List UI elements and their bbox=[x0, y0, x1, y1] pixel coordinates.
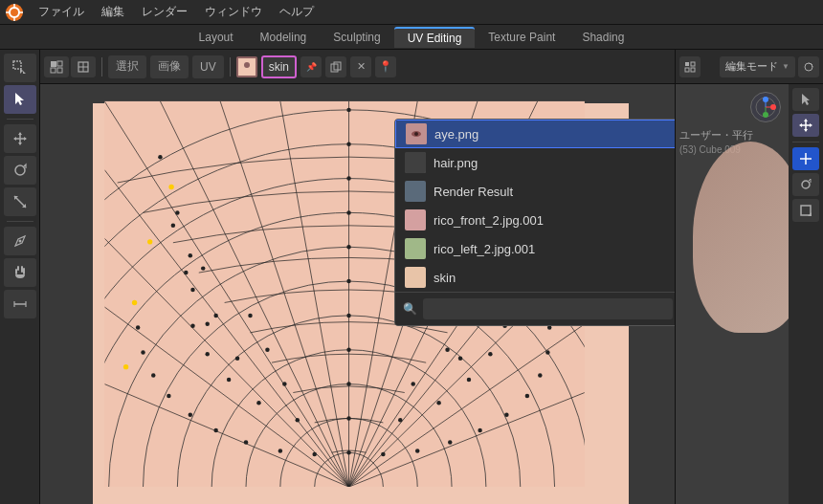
svg-marker-8 bbox=[15, 93, 24, 105]
edit-mode-label: 編集モード bbox=[725, 59, 778, 74]
blender-logo-icon[interactable] bbox=[4, 2, 25, 23]
select-tool-icon[interactable] bbox=[4, 54, 36, 82]
image-preview-thumb bbox=[236, 56, 257, 77]
cursor-tool-icon[interactable] bbox=[4, 85, 36, 114]
nav-gizmo[interactable] bbox=[750, 92, 781, 122]
svg-point-68 bbox=[346, 450, 350, 454]
svg-marker-11 bbox=[18, 132, 22, 135]
svg-point-90 bbox=[448, 440, 452, 444]
duplicate-image-btn[interactable] bbox=[325, 56, 346, 77]
uv-canvas[interactable]: ⊕ aye.png hair.png bbox=[40, 84, 675, 504]
dropdown-item-rico-front[interactable]: rico_front_2.jpg.001 bbox=[395, 206, 675, 234]
svg-point-120 bbox=[171, 224, 175, 228]
header-left-tools bbox=[44, 56, 96, 77]
vp-rotate-btn[interactable] bbox=[792, 173, 819, 196]
tab-uv-editing[interactable]: UV Editing bbox=[394, 27, 476, 48]
toggle-overlays-btn[interactable] bbox=[71, 56, 96, 77]
svg-point-112 bbox=[411, 382, 414, 385]
viewport-canvas[interactable]: ユーザー・平行 (53) Cube.009 bbox=[676, 84, 789, 504]
svg-rect-28 bbox=[57, 61, 62, 66]
dropdown-item-rico-left[interactable]: rico_left_2.jpg.001 bbox=[395, 234, 675, 263]
svg-point-72 bbox=[346, 314, 350, 318]
svg-point-15 bbox=[15, 165, 25, 175]
dropdown-search-bar: 🔍 bbox=[395, 292, 675, 325]
svg-rect-143 bbox=[685, 62, 689, 66]
image-selector-widget[interactable]: skin bbox=[261, 55, 297, 78]
menu-help[interactable]: ヘルプ bbox=[272, 2, 322, 22]
view-menu[interactable]: 選択 bbox=[108, 55, 146, 78]
svg-point-85 bbox=[151, 373, 155, 377]
viewport-editor-type-btn[interactable] bbox=[679, 56, 701, 77]
vp-scale-btn[interactable] bbox=[792, 199, 819, 222]
svg-rect-23 bbox=[23, 268, 25, 274]
menu-edit[interactable]: 編集 bbox=[94, 2, 132, 22]
menu-file[interactable]: ファイル bbox=[31, 2, 92, 22]
dropdown-item-aye[interactable]: aye.png bbox=[395, 120, 675, 148]
svg-point-93 bbox=[525, 394, 529, 398]
header-sep-1 bbox=[101, 57, 102, 77]
viewport-view-label: ユーザー・平行 bbox=[679, 128, 753, 142]
pin-image-btn[interactable]: 📌 bbox=[300, 56, 322, 77]
svg-point-91 bbox=[478, 428, 481, 432]
svg-point-82 bbox=[213, 428, 217, 432]
vp-move-tool[interactable] bbox=[792, 114, 819, 137]
svg-point-117 bbox=[265, 347, 269, 351]
menu-render[interactable]: レンダー bbox=[134, 2, 195, 22]
grab-tool-icon[interactable] bbox=[4, 258, 36, 287]
editor-type-btn[interactable] bbox=[44, 56, 69, 77]
tab-shading[interactable]: Shading bbox=[568, 28, 637, 47]
dropdown-item-render[interactable]: Render Result bbox=[395, 177, 675, 206]
svg-point-126 bbox=[201, 266, 205, 270]
tab-layout[interactable]: Layout bbox=[186, 28, 247, 47]
tab-sculpting[interactable]: Sculpting bbox=[320, 28, 393, 47]
svg-point-108 bbox=[235, 356, 239, 360]
svg-point-99 bbox=[227, 378, 231, 382]
svg-point-125 bbox=[248, 314, 252, 318]
vp-select-tool[interactable] bbox=[792, 88, 819, 111]
dropdown-item-skin[interactable]: skin bbox=[395, 263, 675, 292]
svg-rect-20 bbox=[17, 266, 19, 271]
edit-mode-selector[interactable]: 編集モード ▼ bbox=[720, 56, 795, 77]
measure-tool-icon[interactable] bbox=[4, 290, 36, 318]
svg-point-119 bbox=[184, 271, 188, 274]
svg-point-135 bbox=[147, 239, 152, 244]
svg-point-104 bbox=[467, 378, 471, 382]
dropdown-label-hair: hair.png bbox=[434, 156, 478, 170]
svg-point-69 bbox=[346, 416, 350, 420]
viewport-toolbar bbox=[789, 84, 823, 504]
uv-menu[interactable]: UV bbox=[192, 55, 224, 78]
viewport-header: 編集モード ▼ bbox=[676, 50, 823, 84]
svg-point-81 bbox=[244, 440, 248, 444]
dropdown-search-input[interactable] bbox=[423, 298, 673, 319]
viewport-mode-controls: 編集モード ▼ bbox=[704, 56, 819, 77]
svg-point-101 bbox=[190, 323, 194, 327]
svg-point-151 bbox=[763, 112, 768, 118]
svg-point-89 bbox=[415, 449, 419, 452]
pin-active-btn[interactable]: 📍 bbox=[375, 56, 396, 77]
tab-texture-paint[interactable]: Texture Paint bbox=[475, 28, 568, 47]
scale-tool-icon[interactable] bbox=[4, 187, 36, 216]
dropdown-item-thumb-rico-left bbox=[405, 238, 426, 259]
menu-window[interactable]: ウィンドウ bbox=[197, 2, 270, 22]
dropdown-label-render: Render Result bbox=[434, 185, 513, 199]
svg-point-150 bbox=[770, 104, 776, 110]
mode-arrow-icon: ▼ bbox=[782, 62, 790, 71]
dropdown-label-skin: skin bbox=[434, 271, 456, 285]
main-layout: 選択 画像 UV skin 📌 ✕ 📍 bbox=[0, 50, 823, 504]
svg-marker-159 bbox=[804, 129, 808, 132]
svg-point-71 bbox=[346, 347, 350, 351]
rotate-tool-icon[interactable] bbox=[4, 156, 36, 185]
dropdown-item-hair[interactable]: hair.png bbox=[395, 148, 675, 177]
vp-translate-btn[interactable] bbox=[792, 147, 819, 170]
move-tool-icon[interactable] bbox=[4, 124, 36, 153]
svg-point-70 bbox=[346, 382, 350, 385]
viewport-overlay-btn[interactable] bbox=[798, 56, 819, 77]
svg-rect-21 bbox=[21, 266, 23, 273]
close-image-btn[interactable]: ✕ bbox=[350, 56, 371, 77]
tab-modeling[interactable]: Modeling bbox=[247, 28, 321, 47]
svg-rect-27 bbox=[51, 61, 56, 67]
svg-point-134 bbox=[132, 300, 137, 305]
annotate-tool-icon[interactable] bbox=[4, 227, 36, 255]
image-menu[interactable]: 画像 bbox=[150, 55, 189, 78]
svg-rect-29 bbox=[51, 68, 56, 73]
